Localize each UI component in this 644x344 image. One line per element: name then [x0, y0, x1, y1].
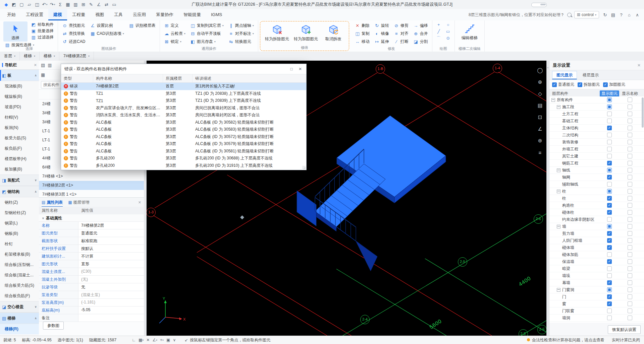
show-element-checkbox[interactable]	[607, 189, 612, 194]
nav-group[interactable]: ◩钢结构∧	[0, 186, 39, 197]
show-name-checkbox[interactable]	[628, 252, 632, 257]
show-name-checkbox[interactable]	[628, 266, 632, 271]
error-table-row[interactable]: !警告ALC条板第3层ALC条板 (ID 为 30583) 轻质隔墙未切割打断	[61, 126, 306, 133]
ribbon-big-button[interactable]: 转为拆除图元	[264, 22, 290, 43]
ribbon-tab-7[interactable]: 算量协作	[151, 9, 178, 20]
more-icon[interactable]: ∨	[173, 338, 176, 342]
show-element-checkbox[interactable]	[607, 308, 612, 313]
nav-group[interactable]: ◪空心楼盖∨	[0, 301, 39, 313]
draw-tool-icon[interactable]: ○	[444, 21, 452, 28]
show-element-checkbox[interactable]	[607, 133, 612, 137]
nav-item[interactable]: 栓钉	[0, 239, 39, 249]
expand-toggle-icon[interactable]	[557, 288, 560, 292]
new-file-icon[interactable]: ▢	[18, 1, 25, 8]
property-section-header[interactable]: ▼基础属性	[39, 214, 144, 222]
checkbox[interactable]	[578, 82, 582, 87]
show-element-checkbox[interactable]	[607, 126, 612, 130]
show-element-checkbox[interactable]	[607, 154, 612, 158]
component-list-item[interactable]: 7#楼梯 <1>	[39, 172, 144, 181]
error-table-row[interactable]: !警告ALC条板第3层ALC条板 (ID 为 30581) 轻质隔墙未切割打断	[61, 148, 306, 155]
show-element-checkbox[interactable]	[607, 112, 612, 116]
show-name-checkbox[interactable]	[628, 287, 632, 292]
show-name-checkbox[interactable]	[628, 231, 632, 236]
nav-item[interactable]: 组合板负筋(F)	[0, 291, 39, 301]
snap-icon[interactable]: +▾	[160, 338, 164, 342]
nav-group[interactable]: ◧板∧	[0, 70, 39, 81]
nav-item[interactable]: 板洞(N)	[0, 123, 39, 133]
window-icon[interactable]: ▤	[610, 11, 616, 18]
error-table-row[interactable]: !警告ALC条板第3层ALC条板 (ID 为 30582) 轻质隔墙未切割打断	[61, 119, 306, 126]
table-icon[interactable]: ▦	[64, 1, 71, 8]
show-name-checkbox[interactable]	[628, 245, 632, 250]
expand-toggle-icon[interactable]	[557, 225, 560, 228]
realtime-calc-status[interactable]: 实时计算已关闭	[612, 337, 640, 343]
error-table-row[interactable]: !警告ALC条板第3层ALC条板 (ID 为 30572) 轻质隔墙未切割打断	[61, 133, 306, 141]
show-name-checkbox[interactable]	[628, 259, 632, 264]
show-element-checkbox[interactable]	[607, 97, 612, 102]
display-tab[interactable]: 楼层显示	[578, 71, 603, 79]
list-icon[interactable]: ≡	[536, 149, 544, 156]
ime-control-dropdown[interactable]: ⊞ control ▾	[574, 11, 599, 18]
monitor-icon[interactable]: ▭	[111, 1, 118, 8]
show-element-checkbox[interactable]	[607, 245, 612, 250]
show-element-checkbox[interactable]	[607, 210, 612, 215]
measure-icon[interactable]: ∠	[536, 125, 544, 133]
show-element-checkbox[interactable]	[607, 301, 612, 306]
help-question-text[interactable]: 8层三维显示图元/轴网有错位，位置不对应如何处理？	[469, 12, 565, 18]
layers-icon[interactable]: ▤	[536, 102, 544, 109]
show-element-checkbox[interactable]	[607, 316, 612, 320]
nav-item[interactable]: 钢板(B)	[0, 228, 39, 239]
checkbox[interactable]	[552, 82, 557, 87]
show-element-checkbox[interactable]	[607, 287, 612, 292]
right-splitter[interactable]: «	[546, 61, 549, 336]
ribbon-item[interactable]: ⊙查找图元	[61, 21, 87, 29]
show-element-checkbox[interactable]	[607, 294, 612, 299]
property-value[interactable]: 普通图元	[78, 229, 144, 237]
open-file-icon[interactable]: ▱	[26, 1, 33, 8]
ribbon-item[interactable]: ▤识别楼层表	[127, 21, 157, 29]
measure-icon[interactable]: ∠	[95, 1, 102, 8]
draw-tool-icon[interactable]: ▭	[444, 28, 452, 35]
property-value[interactable]: 直形	[78, 260, 144, 268]
nav-item[interactable]: 板加腋(B)	[0, 164, 39, 175]
context-dropdown-3[interactable]: 7#楼梯第2层▾	[59, 52, 94, 61]
ribbon-item[interactable]: ⇄查找替换	[61, 29, 87, 38]
show-element-checkbox[interactable]	[607, 266, 612, 271]
show-element-checkbox[interactable]	[607, 238, 612, 243]
nav-item[interactable]: 柱帽(V)	[0, 112, 39, 123]
save-icon[interactable]: ◫	[34, 1, 41, 8]
error-column-header[interactable]: 构件名称	[93, 74, 163, 82]
ribbon-tab-4[interactable]: 视图	[90, 9, 109, 20]
show-element-checkbox[interactable]	[607, 280, 612, 285]
property-value[interactable]: -5.05	[78, 306, 144, 314]
close-icon[interactable]: ✕	[138, 200, 141, 205]
context-dropdown-1[interactable]: 楼梯▾	[20, 52, 40, 61]
drawing-manage-icon[interactable]: ▥	[48, 63, 52, 68]
nav-item[interactable]: 组合板(压型钢...	[0, 260, 39, 270]
ribbon-item[interactable]: ◩拾取构件	[30, 21, 55, 28]
ribbon-item[interactable]: ▥过滤选择	[30, 34, 55, 41]
nav-item[interactable]: 楼层板带(H)	[0, 154, 39, 164]
merge-icon[interactable]: ⊞	[80, 1, 87, 8]
show-element-checkbox[interactable]	[607, 259, 612, 264]
ribbon-item[interactable]: ▦CAD识别选项▾	[89, 29, 125, 38]
nav-item[interactable]: 钢梁(L)	[0, 218, 39, 228]
nav-item[interactable]: 钢柱(Z)	[0, 197, 39, 208]
error-table-row[interactable]: !警告	[61, 169, 306, 170]
nav-group[interactable]: ◨装配式∨	[0, 175, 39, 186]
ribbon-item[interactable]: ⊕合并	[412, 29, 429, 38]
component-list-icon[interactable]: ▤	[41, 63, 45, 68]
ribbon-item[interactable]: ∠设置比例	[89, 21, 125, 29]
iso-view-icon[interactable]: ◇	[536, 90, 544, 97]
show-name-checkbox[interactable]	[628, 182, 632, 187]
error-column-header[interactable]: 错误描述	[193, 74, 306, 82]
ribbon-item[interactable]: →偏移	[412, 21, 429, 29]
ribbon-item[interactable]: ≡对齐	[392, 29, 410, 38]
ribbon-big-button[interactable]: 选择	[3, 21, 28, 42]
nav-item[interactable]: 型钢砼柱(Z)	[0, 208, 39, 218]
nav-group[interactable]: ▤楼梯∧	[0, 313, 39, 324]
ribbon-tab-3[interactable]: 工程量	[67, 9, 90, 20]
nav-item[interactable]: 组合板受力筋(S)	[0, 280, 39, 291]
ortho-icon[interactable]: ∟	[132, 338, 136, 342]
search-icon[interactable]	[567, 13, 572, 17]
